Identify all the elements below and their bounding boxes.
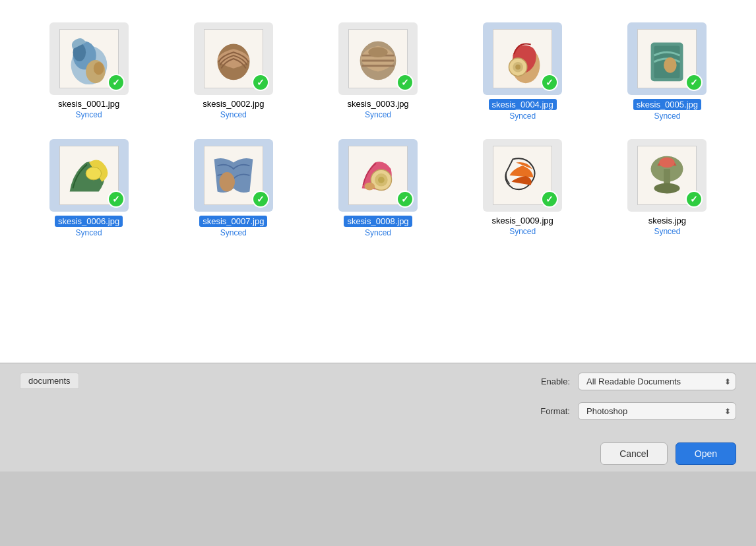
file-thumb-wrap [483, 22, 562, 95]
file-thumb-wrap [338, 22, 418, 95]
file-name: skesis_0007.jpg [199, 216, 267, 227]
file-grid: skesis_0001.jpgSyncedskesis_0002.jpgSync… [20, 13, 736, 247]
sync-badge [108, 191, 125, 208]
file-thumb-wrap [627, 139, 707, 212]
file-item[interactable]: skesis_0001.jpgSynced [20, 20, 158, 123]
svg-point-10 [368, 47, 387, 57]
svg-point-34 [660, 158, 675, 168]
file-item[interactable]: skesis_0009.jpgSynced [454, 136, 592, 240]
file-item[interactable]: skesis_0006.jpgSynced [20, 136, 158, 240]
sync-badge [396, 74, 414, 91]
sync-badge [108, 74, 125, 91]
sync-badge [541, 191, 558, 208]
file-status: Synced [76, 228, 102, 237]
file-name: skesis_0001.jpg [58, 99, 119, 109]
enable-select[interactable]: All Readable DocumentsAll FilesJPEGPNGTI… [578, 373, 736, 390]
sync-badge [685, 74, 703, 91]
svg-point-5 [93, 62, 104, 75]
file-thumb-wrap [194, 139, 273, 212]
file-status: Synced [654, 227, 680, 236]
file-status: Synced [220, 110, 247, 119]
file-thumb-wrap [49, 139, 129, 212]
file-thumb-wrap [338, 139, 418, 212]
sync-badge [396, 191, 414, 208]
file-status: Synced [220, 228, 247, 237]
file-item[interactable]: skesis.jpgSynced [598, 136, 736, 240]
svg-point-19 [664, 57, 677, 73]
svg-point-27 [378, 177, 385, 183]
bottom-bar: documents Enable: All Readable Documents… [0, 363, 756, 471]
file-name: skesis_0008.jpg [344, 216, 412, 227]
file-thumb-wrap [194, 22, 273, 95]
file-name: skesis_0004.jpg [489, 99, 557, 110]
documents-tab[interactable]: documents [20, 373, 79, 389]
file-browser: skesis_0001.jpgSyncedskesis_0002.jpgSync… [0, 0, 756, 363]
sync-badge [252, 191, 269, 208]
file-status: Synced [76, 110, 102, 119]
file-item[interactable]: skesis_0004.jpgSynced [454, 20, 592, 123]
sync-badge [685, 191, 703, 208]
file-item[interactable]: skesis_0008.jpgSynced [309, 136, 447, 240]
open-button[interactable]: Open [676, 442, 736, 465]
file-status: Synced [365, 110, 391, 119]
file-name: skesis_0002.jpg [203, 99, 264, 109]
file-name: skesis_0003.jpg [347, 99, 408, 109]
file-item[interactable]: skesis_0005.jpgSynced [598, 20, 736, 123]
sync-badge [252, 74, 269, 91]
file-status: Synced [654, 111, 680, 121]
file-name: skesis.jpg [648, 216, 686, 226]
svg-point-28 [364, 183, 375, 191]
svg-point-15 [515, 65, 520, 70]
format-select[interactable]: PhotoshopTIFFJPEGPNGBMP [578, 402, 736, 420]
file-item[interactable]: skesis_0007.jpgSynced [164, 136, 302, 240]
svg-point-21 [86, 167, 101, 180]
file-thumb-wrap [627, 22, 707, 95]
file-name: skesis_0005.jpg [633, 99, 701, 110]
file-item[interactable]: skesis_0003.jpgSynced [309, 20, 447, 123]
enable-label: Enable: [517, 377, 570, 386]
file-status: Synced [365, 228, 391, 237]
svg-point-33 [654, 183, 680, 194]
file-thumb-wrap [483, 139, 562, 212]
cancel-button[interactable]: Cancel [600, 442, 668, 465]
format-label: Format: [517, 406, 570, 416]
file-name: skesis_0009.jpg [492, 216, 553, 226]
file-status: Synced [509, 227, 536, 236]
svg-point-23 [219, 172, 234, 191]
file-name: skesis_0006.jpg [55, 216, 123, 227]
file-item[interactable]: skesis_0002.jpgSynced [164, 20, 302, 123]
file-status: Synced [509, 111, 536, 121]
sync-badge [541, 74, 558, 91]
file-thumb-wrap [49, 22, 129, 95]
